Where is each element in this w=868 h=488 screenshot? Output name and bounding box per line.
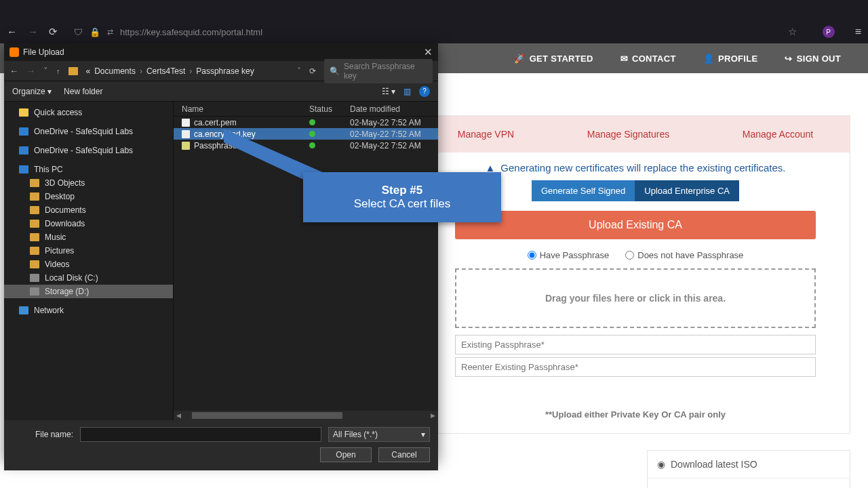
download-iso-link[interactable]: ◉Download latest ISO — [648, 451, 850, 478]
horizontal-scrollbar[interactable]: ◀▶ — [174, 411, 438, 420]
open-button[interactable]: Open — [320, 447, 372, 462]
back-icon[interactable]: ← — [7, 26, 17, 38]
search-input[interactable]: 🔍 Search Passphrase key — [324, 59, 433, 83]
refresh-icon[interactable]: ⟳ — [309, 66, 316, 76]
search-icon: 🔍 — [330, 66, 340, 76]
file-icon — [182, 142, 190, 150]
reenter-passphrase-input[interactable] — [455, 357, 816, 377]
reload-icon[interactable]: ⟳ — [49, 26, 58, 38]
url-text: https://key.safesquid.com/portal.html — [120, 27, 262, 37]
help-icon[interactable]: ? — [419, 86, 430, 97]
filetype-select[interactable]: All Files (*.*)▾ — [328, 427, 430, 442]
col-status[interactable]: Status — [309, 104, 350, 114]
nav-back-icon[interactable]: ← — [9, 66, 18, 76]
permissions-icon: ⇄ — [107, 28, 113, 37]
tab-manage-signatures[interactable]: Manage Signatures — [587, 129, 669, 140]
warning-text: Generating new certificates will replace… — [500, 162, 785, 174]
star-icon — [19, 108, 28, 117]
existing-passphrase-input[interactable] — [455, 335, 816, 354]
profile-avatar[interactable]: P — [823, 26, 835, 38]
address-bar[interactable]: 🛡 🔒 ⇄ https://key.safesquid.com/portal.h… — [68, 23, 802, 41]
bookmark-icon[interactable]: ☆ — [788, 26, 797, 38]
folder-icon — [68, 67, 78, 75]
folder-icon — [30, 233, 39, 241]
forward-icon[interactable]: → — [28, 26, 38, 38]
file-upload-dialog: File Upload ✕ ← → ˅ ↑ « Documents› Certs… — [4, 43, 438, 461]
chevron-down-icon[interactable]: ˅ — [297, 66, 301, 76]
downloads-panel: ◉Download latest ISO ▤Download latest ta… — [647, 450, 850, 488]
filename-input[interactable] — [80, 427, 321, 442]
dialog-title: File Upload — [23, 47, 64, 57]
network-icon — [19, 306, 28, 314]
rocket-icon: 🚀 — [514, 54, 525, 64]
file-icon — [182, 130, 190, 138]
download-tarball-link[interactable]: ▤Download latest tarball — [648, 478, 850, 488]
tab-manage-vpn[interactable]: Manage VPN — [458, 129, 514, 140]
browser-toolbar: ← → ⟳ 🛡 🔒 ⇄ https://key.safesquid.com/po… — [0, 20, 868, 43]
nav-contact[interactable]: ✉CONTACT — [620, 54, 676, 64]
main-panel: Manage VPN Manage Signatures Manage Acco… — [420, 115, 850, 434]
radio-no-passphrase[interactable]: Does not have Passphrase — [625, 250, 743, 260]
close-icon[interactable]: ✕ — [424, 46, 433, 58]
cloud-icon — [19, 146, 28, 155]
folder-icon — [30, 260, 39, 268]
radio-have-passphrase[interactable]: Have Passphrase — [528, 250, 610, 260]
firefox-icon — [9, 47, 19, 57]
nav-recent-icon[interactable]: ˅ — [43, 66, 48, 76]
nav-profile[interactable]: 👤PROFILE — [703, 54, 758, 64]
disc-icon: ◉ — [657, 459, 665, 470]
file-dropzone[interactable]: Drag your files here or click in this ar… — [455, 268, 816, 328]
folder-icon — [30, 179, 39, 187]
step-callout: Step #5 Select CA cert files — [303, 172, 501, 222]
col-name[interactable]: Name — [174, 104, 309, 114]
folder-icon — [30, 192, 39, 201]
file-row[interactable]: ca.cert.pem02-May-22 7:52 AM — [174, 117, 438, 128]
col-date[interactable]: Date modified — [350, 104, 438, 114]
shield-icon: 🛡 — [74, 27, 83, 37]
disk-icon — [30, 287, 39, 296]
user-icon: 👤 — [703, 54, 714, 64]
upload-note: **Upload either Private Key Or CA pair o… — [421, 380, 850, 433]
disk-icon — [30, 274, 39, 282]
pc-icon — [19, 165, 28, 174]
folder-icon — [30, 220, 39, 228]
breadcrumb[interactable]: « Documents› Certs4Test› Passphrase key — [86, 66, 290, 76]
folder-icon — [30, 247, 39, 255]
nav-sign-out[interactable]: ↪SIGN OUT — [785, 54, 841, 64]
tab-manage-account[interactable]: Manage Account — [743, 129, 813, 140]
filename-label: File name: — [12, 430, 73, 439]
preview-icon[interactable]: ▥ — [403, 87, 411, 96]
upload-existing-ca-header: Upload Existing CA — [455, 211, 816, 239]
envelope-icon: ✉ — [620, 54, 628, 64]
nav-get-started[interactable]: 🚀GET STARTED — [514, 54, 593, 64]
file-icon — [182, 119, 190, 127]
folder-tree[interactable]: Quick access OneDrive - SafeSquid Labs O… — [4, 102, 174, 420]
upload-enterprise-ca-button[interactable]: Upload Enterprise CA — [635, 180, 739, 201]
cancel-button[interactable]: Cancel — [378, 447, 430, 462]
signout-icon: ↪ — [785, 54, 792, 64]
new-folder-button[interactable]: New folder — [64, 87, 102, 96]
folder-icon — [30, 206, 39, 214]
status-ok-icon — [309, 119, 315, 125]
cloud-icon — [19, 127, 28, 136]
view-icon[interactable]: ☷ ▾ — [382, 87, 395, 96]
lock-icon: 🔒 — [90, 27, 100, 37]
generate-self-signed-button[interactable]: Generate Self Signed — [532, 180, 635, 201]
organize-menu[interactable]: Organize ▾ — [12, 87, 52, 96]
nav-forward-icon[interactable]: → — [26, 66, 35, 76]
nav-up-icon[interactable]: ↑ — [56, 67, 60, 75]
menu-icon[interactable]: ≡ — [855, 26, 861, 38]
